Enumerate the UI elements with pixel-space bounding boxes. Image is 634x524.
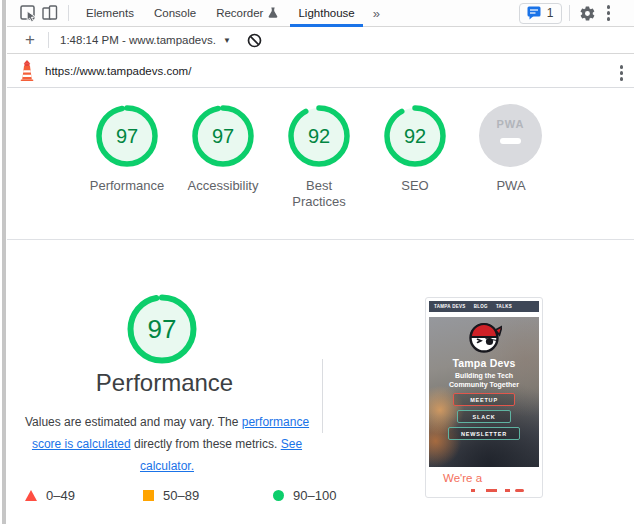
report-selector-dropdown[interactable]: 1:48:14 PM - www.tampadevs. ▼ xyxy=(56,34,235,46)
pwa-badge-circle: PWA xyxy=(479,104,542,167)
performance-description: Values are estimated and may vary. The p… xyxy=(11,411,323,477)
tab-lighthouse[interactable]: Lighthouse xyxy=(288,0,364,27)
gauge-label: Best Practices xyxy=(279,178,359,210)
site-nav-item: TAMPA DEVS xyxy=(434,304,466,309)
chat-bubble-icon xyxy=(527,6,542,20)
clear-reports-icon[interactable] xyxy=(247,33,262,48)
pwa-dash-icon xyxy=(500,138,521,144)
report-selector-label: 1:48:14 PM - www.tampadevs. xyxy=(60,34,216,46)
legend-range: 50–89 xyxy=(163,488,199,503)
performance-score: 97 xyxy=(124,291,200,367)
score-summary-row: 97 Performance 97 Accessibility 92 xyxy=(79,103,559,210)
description-text: Values are estimated and may vary. The xyxy=(25,415,242,429)
gauge-score: 92 xyxy=(382,103,448,169)
toolbar-separator xyxy=(569,5,570,21)
pass-circle-icon xyxy=(273,490,284,501)
section-divider xyxy=(7,239,634,240)
summary-gauge-performance[interactable]: 97 Performance xyxy=(79,103,175,210)
performance-category-gauge[interactable]: 97 xyxy=(124,291,200,367)
site-nav-item: TALKS xyxy=(496,304,512,309)
more-tabs-button[interactable]: » xyxy=(365,6,388,21)
gauge-label: PWA xyxy=(496,178,525,194)
toolbar-separator xyxy=(48,32,49,48)
gauge-score: 92 xyxy=(286,103,352,169)
toolbar-separator xyxy=(68,5,69,21)
gauge-label: Accessibility xyxy=(188,178,259,194)
experimental-flask-icon xyxy=(268,7,278,19)
messages-count: 1 xyxy=(547,6,554,20)
gauge-label: SEO xyxy=(401,178,428,194)
site-newsletter-button: NEWSLETTER xyxy=(448,427,520,440)
site-meetup-button: MEETUP xyxy=(453,393,515,406)
tab-recorder[interactable]: Recorder xyxy=(206,0,288,27)
site-title: Tampa Devs xyxy=(429,357,539,369)
dropdown-caret-icon: ▼ xyxy=(223,36,231,45)
gauge-score: 97 xyxy=(94,103,160,169)
new-report-button[interactable]: + xyxy=(19,29,41,51)
devtools-tab-bar: Elements Console Recorder Lighthouse » xyxy=(7,0,634,27)
site-hero: Tampa Devs Building the Tech Community T… xyxy=(429,317,539,467)
site-nav-bar: TAMPA DEVS BLOG TALKS xyxy=(429,301,539,312)
devtools-toolbar-right: 1 xyxy=(519,1,618,25)
vertical-divider xyxy=(322,359,323,433)
tab-lighthouse-label: Lighthouse xyxy=(298,7,354,19)
performance-section-title: Performance xyxy=(7,369,322,397)
site-partial-text: We're a xyxy=(443,472,482,484)
tab-recorder-label: Recorder xyxy=(216,7,263,19)
site-slack-button: SLACK xyxy=(457,410,511,423)
devtools-window: Elements Console Recorder Lighthouse » xyxy=(0,0,634,524)
final-screenshot-thumbnail: TAMPA DEVS BLOG TALKS Tampa Devs Buildin… xyxy=(425,297,543,498)
report-url-bar: https://www.tampadevs.com/ xyxy=(7,54,634,88)
summary-gauge-best-practices[interactable]: 92 Best Practices xyxy=(271,103,367,210)
devtools-menu-icon[interactable] xyxy=(599,1,619,25)
pwa-badge-letters: PWA xyxy=(479,118,542,130)
lighthouse-report-toolbar: + 1:48:14 PM - www.tampadevs. ▼ xyxy=(7,27,634,54)
tab-console[interactable]: Console xyxy=(144,0,206,27)
inspect-element-icon[interactable] xyxy=(17,2,39,24)
score-legend: 0–49 50–89 90–100 xyxy=(7,488,357,508)
average-square-icon xyxy=(143,490,154,501)
console-messages-button[interactable]: 1 xyxy=(519,3,562,24)
gauge-label: Performance xyxy=(90,178,164,194)
tab-console-label: Console xyxy=(154,7,196,19)
legend-average: 50–89 xyxy=(143,488,199,503)
window-edge-strip xyxy=(0,0,7,524)
fail-triangle-icon xyxy=(25,490,37,501)
summary-gauge-seo[interactable]: 92 SEO xyxy=(367,103,463,210)
tab-elements-label: Elements xyxy=(86,7,134,19)
legend-pass: 90–100 xyxy=(273,488,336,503)
legend-range: 90–100 xyxy=(293,488,336,503)
tampa-devs-ninja-logo xyxy=(466,317,502,355)
site-screenshot: TAMPA DEVS BLOG TALKS Tampa Devs Buildin… xyxy=(429,301,539,467)
gauge-score: 97 xyxy=(190,103,256,169)
summary-gauge-accessibility[interactable]: 97 Accessibility xyxy=(175,103,271,210)
summary-badge-pwa[interactable]: PWA PWA xyxy=(463,103,559,210)
description-text: directly from these metrics. xyxy=(131,437,281,451)
device-toolbar-icon[interactable] xyxy=(39,2,61,24)
report-url: https://www.tampadevs.com/ xyxy=(45,65,191,77)
legend-range: 0–49 xyxy=(46,488,75,503)
site-tagline: Building the Tech Community Together xyxy=(429,371,539,389)
url-row-menu-icon[interactable] xyxy=(612,61,632,85)
settings-gear-icon[interactable] xyxy=(577,2,599,24)
tab-elements[interactable]: Elements xyxy=(76,0,144,27)
lighthouse-logo-icon xyxy=(18,60,36,81)
legend-fail: 0–49 xyxy=(25,488,75,503)
site-nav-item: BLOG xyxy=(474,304,488,309)
